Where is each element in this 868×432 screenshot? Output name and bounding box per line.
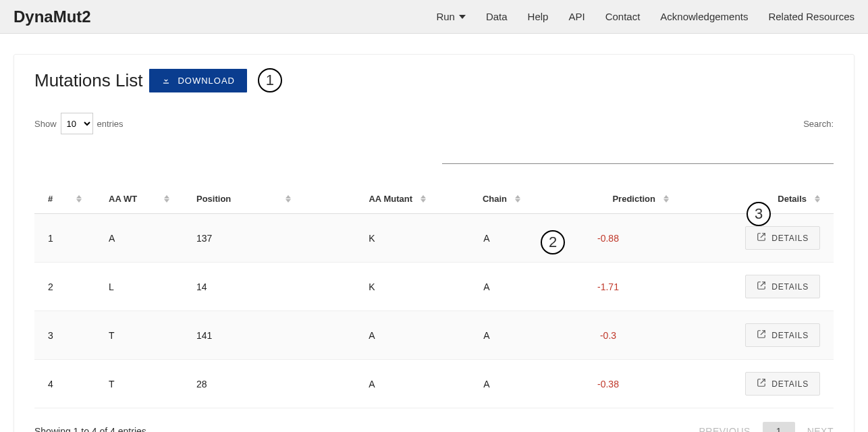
- download-button-label: DOWNLOAD: [178, 76, 235, 86]
- table-row: 2L14KA-1.71DETAILS: [34, 263, 834, 311]
- cell-index: 1: [34, 214, 95, 263]
- details-button[interactable]: DETAILS: [745, 323, 820, 347]
- open-external-icon: [757, 378, 766, 389]
- nav-contact[interactable]: Contact: [605, 11, 641, 22]
- show-entries: Show 10 entries: [34, 113, 124, 134]
- sort-icon: [663, 195, 669, 202]
- mutations-card: Mutations List DOWNLOAD 1 Show 10 entrie…: [13, 54, 855, 432]
- nav-related-resources[interactable]: Related Resources: [768, 11, 855, 22]
- details-button-label: DETAILS: [771, 282, 809, 292]
- open-external-icon: [757, 232, 766, 244]
- nav-api[interactable]: API: [568, 11, 585, 22]
- details-button[interactable]: DETAILS: [745, 372, 820, 396]
- cell-chain: A: [439, 311, 534, 360]
- show-entries-suffix: entries: [97, 119, 124, 129]
- annotation-2: 2: [541, 230, 565, 254]
- cell-aa-wt: A: [95, 214, 183, 263]
- open-external-icon: [757, 281, 766, 292]
- entries-select[interactable]: 10: [61, 113, 93, 134]
- cell-aa-mutant: K: [304, 214, 439, 263]
- pagination: PREVIOUS 1 NEXT: [699, 422, 834, 432]
- cell-details: DETAILS: [682, 360, 834, 408]
- cell-prediction: -0.38: [534, 360, 682, 408]
- cell-aa-mutant: A: [304, 360, 439, 408]
- sort-icon: [76, 195, 82, 202]
- sort-icon: [515, 195, 520, 202]
- details-button-label: DETAILS: [771, 331, 809, 340]
- cell-aa-wt: T: [95, 311, 183, 360]
- sort-icon: [286, 195, 291, 202]
- col-aa-mutant[interactable]: AA Mutant: [304, 184, 439, 214]
- top-nav-bar: DynaMut2 Run Data Help API Contact Ackno…: [0, 0, 868, 34]
- search-label: Search:: [803, 119, 834, 129]
- cell-prediction: -1.71: [534, 263, 682, 311]
- chevron-down-icon: [459, 15, 466, 19]
- table-row: 1A137KA-0.88DETAILS: [34, 214, 834, 263]
- nav-run-label: Run: [436, 11, 455, 22]
- cell-index: 3: [34, 311, 95, 360]
- table-header-row: # AA WT Position AA Mutant Chain Predict…: [34, 184, 834, 214]
- sort-icon: [164, 195, 169, 202]
- col-prediction[interactable]: Prediction: [534, 184, 682, 214]
- download-icon: [161, 76, 171, 85]
- cell-aa-mutant: K: [304, 263, 439, 311]
- pagination-page-1[interactable]: 1: [763, 422, 795, 432]
- cell-aa-wt: T: [95, 360, 183, 408]
- search-input[interactable]: [442, 149, 834, 164]
- cell-details: DETAILS: [682, 263, 834, 311]
- annotation-1: 1: [258, 68, 282, 92]
- cell-details: DETAILS: [682, 311, 834, 360]
- nav-data[interactable]: Data: [486, 11, 508, 22]
- cell-aa-mutant: A: [304, 311, 439, 360]
- cell-position: 14: [183, 263, 304, 311]
- nav-acknowledgements[interactable]: Acknowledgements: [660, 11, 748, 22]
- cell-chain: A: [439, 263, 534, 311]
- col-details[interactable]: Details: [682, 184, 834, 214]
- nav-run[interactable]: Run: [436, 11, 466, 22]
- cell-chain: A: [439, 214, 534, 263]
- col-index[interactable]: #: [34, 184, 95, 214]
- brand-title: DynaMut2: [13, 7, 91, 26]
- download-button[interactable]: DOWNLOAD: [149, 69, 247, 92]
- table-row: 4T28AA-0.38DETAILS: [34, 360, 834, 408]
- table-controls: Show 10 entries Search:: [34, 113, 834, 134]
- show-entries-prefix: Show: [34, 119, 57, 129]
- sort-icon: [421, 195, 426, 202]
- cell-prediction: -0.3: [534, 311, 682, 360]
- pagination-next[interactable]: NEXT: [807, 426, 834, 432]
- pagination-previous[interactable]: PREVIOUS: [699, 426, 751, 432]
- open-external-icon: [757, 329, 766, 341]
- cell-chain: A: [439, 360, 534, 408]
- card-title: Mutations List: [34, 70, 142, 91]
- cell-aa-wt: L: [95, 263, 183, 311]
- search-block: Search:: [803, 119, 834, 129]
- table-footer: Showing 1 to 4 of 4 entries PREVIOUS 1 N…: [34, 422, 834, 432]
- details-button[interactable]: DETAILS: [745, 275, 820, 298]
- cell-index: 2: [34, 263, 95, 311]
- card-header: Mutations List DOWNLOAD 1: [34, 68, 834, 92]
- cell-index: 4: [34, 360, 95, 408]
- table-row: 3T141AA-0.3DETAILS: [34, 311, 834, 360]
- nav-help[interactable]: Help: [528, 11, 549, 22]
- cell-position: 137: [183, 214, 304, 263]
- nav-links: Run Data Help API Contact Acknowledgemen…: [436, 11, 855, 22]
- mutations-table: # AA WT Position AA Mutant Chain Predict…: [34, 184, 834, 408]
- col-position[interactable]: Position: [183, 184, 304, 214]
- cell-position: 141: [183, 311, 304, 360]
- cell-position: 28: [183, 360, 304, 408]
- col-chain[interactable]: Chain: [439, 184, 534, 214]
- details-button[interactable]: DETAILS: [745, 226, 820, 250]
- details-button-label: DETAILS: [771, 379, 809, 389]
- col-aa-wt[interactable]: AA WT: [95, 184, 183, 214]
- details-button-label: DETAILS: [771, 234, 809, 243]
- sort-icon: [815, 195, 820, 202]
- table-info: Showing 1 to 4 of 4 entries: [34, 426, 146, 432]
